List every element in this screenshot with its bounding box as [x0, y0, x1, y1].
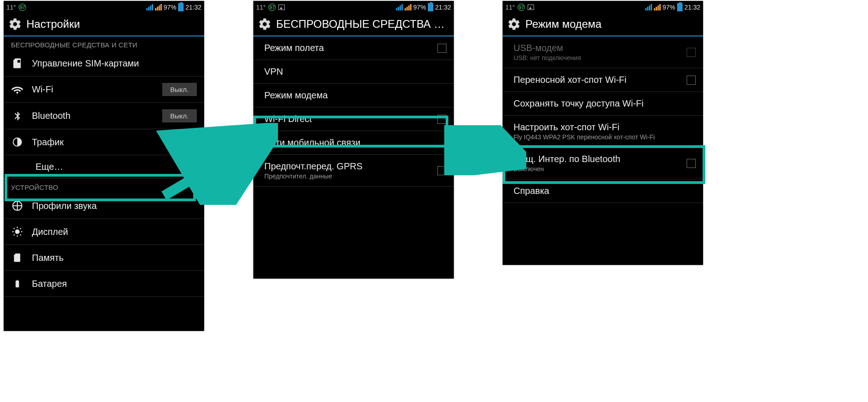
row-mobile-networks[interactable]: Сети мобильной связи: [253, 131, 454, 155]
page-title: Настройки: [26, 18, 80, 31]
row-bluetooth[interactable]: Bluetooth Выкл.: [4, 103, 204, 129]
screenshot-tethering: 11° 97 97% 21:32 Режим модема USB-модем …: [503, 1, 703, 265]
bluetooth-icon: [11, 110, 24, 122]
signal-2-icon: [155, 4, 162, 10]
signal-1-icon: [645, 4, 652, 10]
row-label: Общ. Интер. по Bluetooth: [514, 154, 678, 164]
sim-icon: [11, 57, 24, 70]
battery-icon: [428, 3, 433, 11]
row-display[interactable]: Дисплей: [4, 219, 204, 245]
status-bar: 11° 97 97% 21:32: [253, 1, 454, 14]
airplane-checkbox[interactable]: [437, 44, 447, 53]
row-label: Еще…: [15, 162, 197, 172]
row-keep-ap[interactable]: Сохранять точку доступа Wi-Fi: [503, 92, 703, 116]
row-wifi-direct[interactable]: Wi-Fi Direct: [253, 107, 454, 131]
row-label: Wi-Fi Direct: [264, 114, 429, 124]
row-wifi[interactable]: Wi-Fi Выкл.: [4, 76, 204, 103]
status-temp: 11°: [256, 4, 266, 11]
usb-checkbox: [687, 48, 696, 57]
row-label: VPN: [264, 66, 447, 77]
status-badge: 97: [19, 4, 26, 11]
row-gprs[interactable]: Предпочт.перед. GPRS Предпочтител. данны…: [253, 155, 454, 187]
row-label: Предпочт.перед. GPRS: [264, 161, 429, 172]
gear-icon: [258, 17, 272, 31]
row-battery[interactable]: Батарея: [4, 271, 204, 297]
row-label: Память: [32, 253, 197, 263]
page-title: БЕСПРОВОДНЫЕ СРЕДСТВА И СЕ…: [276, 18, 449, 31]
row-sublabel: USB: нет подключения: [514, 54, 678, 61]
row-help[interactable]: Справка: [503, 179, 703, 203]
section-device: УСТРОЙСТВО: [4, 179, 204, 193]
row-bt-share[interactable]: Общ. Интер. по Bluetooth Выключен: [503, 148, 703, 179]
row-label: Справка: [514, 186, 696, 196]
bluetooth-toggle[interactable]: Выкл.: [162, 109, 197, 122]
status-bar: 11° 97 97% 21:32: [503, 1, 703, 14]
status-time: 21:32: [684, 4, 700, 11]
row-label: Режим модема: [264, 90, 447, 101]
battery-pct: 97%: [663, 4, 675, 11]
row-vpn[interactable]: VPN: [253, 60, 454, 84]
battery-icon: [178, 3, 184, 11]
picture-icon: [278, 5, 285, 10]
status-temp: 11°: [6, 4, 16, 11]
picture-icon: [528, 5, 534, 10]
wifi-toggle[interactable]: Выкл.: [162, 83, 197, 96]
wifi-direct-checkbox[interactable]: [437, 115, 447, 124]
traffic-icon: [11, 136, 24, 148]
row-sim[interactable]: Управление SIM-картами: [4, 51, 204, 76]
row-label: Режим полета: [264, 43, 429, 53]
row-airplane[interactable]: Режим полета: [253, 36, 454, 60]
svg-point-2: [15, 229, 20, 234]
battery-row-icon: [11, 277, 24, 290]
row-label: USB-модем: [514, 43, 678, 53]
row-sublabel: Fly IQ443 WPA2 PSK переносной хот-спот W…: [514, 133, 696, 141]
title-bar: БЕСПРОВОДНЫЕ СРЕДСТВА И СЕ…: [253, 14, 454, 36]
row-configure-hotspot[interactable]: Настроить хот-спот Wi-Fi Fly IQ443 WPA2 …: [503, 116, 703, 148]
row-label: Управление SIM-картами: [32, 58, 197, 69]
status-badge: 97: [518, 4, 525, 11]
gear-icon: [507, 17, 521, 31]
row-label: Трафик: [32, 137, 197, 148]
row-label: Профили звука: [32, 201, 197, 211]
status-badge: 97: [268, 4, 276, 11]
row-label: Сохранять точку доступа Wi-Fi: [514, 98, 696, 109]
row-usb-modem: USB-модем USB: нет подключения: [503, 36, 703, 68]
status-temp: 11°: [505, 4, 515, 11]
row-label: Переносной хот-спот Wi-Fi: [514, 75, 678, 85]
title-bar: Режим модема: [503, 14, 703, 36]
battery-icon: [677, 3, 683, 11]
memory-icon: [11, 251, 24, 264]
page-title: Режим модема: [525, 18, 601, 31]
signal-1-icon: [146, 4, 153, 10]
status-bar: 11° 97 97% 21:32: [4, 1, 204, 14]
row-audio[interactable]: Профили звука: [4, 193, 204, 219]
bt-share-checkbox[interactable]: [687, 159, 696, 168]
signal-2-icon: [405, 4, 411, 10]
signal-1-icon: [396, 4, 403, 10]
row-more[interactable]: Еще…: [4, 155, 204, 179]
row-tethering[interactable]: Режим модема: [253, 84, 454, 107]
signal-2-icon: [654, 4, 661, 10]
audio-icon: [11, 199, 24, 212]
gear-icon: [8, 17, 22, 31]
title-bar: Настройки: [4, 14, 204, 36]
wifi-icon: [11, 83, 24, 96]
status-time: 21:32: [435, 4, 451, 11]
row-sublabel: Выключен: [514, 165, 678, 173]
screenshot-settings: 11° 97 97% 21:32 Настройки БЕСПРОВОДНЫЕ …: [4, 1, 204, 331]
row-label: Батарея: [32, 279, 197, 289]
hotspot-checkbox[interactable]: [687, 76, 696, 85]
row-label: Настроить хот-спот Wi-Fi: [514, 122, 696, 132]
display-icon: [11, 225, 24, 238]
row-memory[interactable]: Память: [4, 245, 204, 271]
row-traffic[interactable]: Трафик: [4, 129, 204, 155]
row-hotspot[interactable]: Переносной хот-спот Wi-Fi: [503, 68, 703, 92]
row-sublabel: Предпочтител. данные: [264, 173, 429, 180]
row-label: Wi-Fi: [32, 84, 154, 95]
screenshot-wireless: 11° 97 97% 21:32 БЕСПРОВОДНЫЕ СРЕДСТВА И…: [253, 1, 454, 279]
row-label: Сети мобильной связи: [264, 137, 447, 148]
gprs-checkbox[interactable]: [437, 166, 447, 175]
battery-pct: 97%: [413, 4, 426, 11]
status-time: 21:32: [185, 4, 201, 11]
row-label: Bluetooth: [32, 111, 154, 121]
